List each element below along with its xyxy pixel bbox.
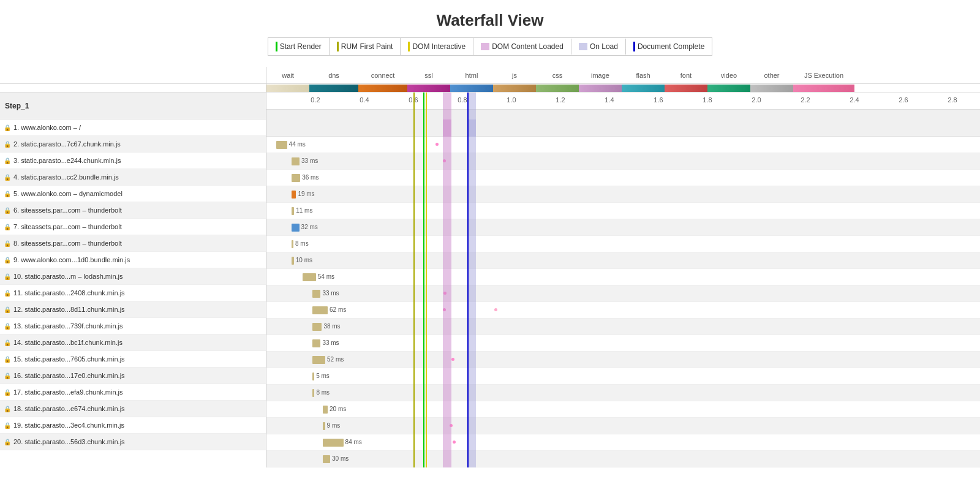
v-marker-on_load (467, 110, 476, 137)
legend-start-render: Start Render (268, 38, 330, 55)
waterfall-row: 84 ms (266, 434, 980, 451)
left-panel: Step_1 🔒1. www.alonko.com – /🔒2. static.… (0, 67, 266, 467)
request-bar[interactable] (312, 323, 322, 331)
legend-dom-interactive: DOM Interactive (401, 38, 473, 55)
table-row: 🔒11. static.parasto...2408.chunk.min.js (0, 285, 266, 301)
row-label: 2. static.parasto...7c67.chunk.min.js (13, 140, 121, 148)
request-bar[interactable] (312, 290, 320, 298)
lock-icon: 🔒 (4, 273, 11, 280)
legend-on-load: On Load (571, 39, 626, 55)
waterfall-row: 30 ms (266, 451, 980, 467)
row-label: 13. static.parasto...739f.chunk.min.js (13, 322, 123, 330)
request-bar[interactable] (312, 306, 328, 314)
legend-on-load-label: On Load (590, 42, 618, 51)
waterfall-row: 54 ms (266, 269, 980, 286)
col-css: css (536, 72, 579, 79)
waterfall-row: 44 ms (266, 137, 980, 153)
v-marker-document_complete (467, 93, 469, 110)
ms-label: 9 ms (327, 422, 341, 429)
waterfall-row: 32 ms (266, 219, 980, 236)
ruler-tick: 2.4 (850, 96, 859, 104)
color-swatches (266, 84, 980, 93)
v-marker-dom_interactive (426, 110, 427, 137)
col-ssl: ssl (407, 72, 450, 79)
request-bar[interactable] (323, 406, 328, 414)
request-bar[interactable] (292, 174, 300, 182)
ruler-tick: 1.4 (605, 96, 614, 104)
request-bar[interactable] (323, 439, 344, 447)
request-bar[interactable] (312, 389, 314, 397)
request-bar[interactable] (276, 141, 287, 149)
request-bar[interactable] (312, 373, 314, 380)
request-bar[interactable] (292, 240, 293, 248)
request-bar[interactable] (323, 422, 325, 430)
ms-label: 54 ms (318, 273, 334, 280)
ruler-tick: 1.8 (703, 96, 712, 104)
table-row: 🔒2. static.parasto...7c67.chunk.min.js (0, 136, 266, 153)
v-marker-dom_content_loaded (443, 93, 451, 110)
lock-icon: 🔒 (4, 224, 11, 230)
row-label: 18. static.parasto...e674.chunk.min.js (13, 405, 125, 412)
request-bar[interactable] (303, 273, 316, 281)
ruler-tick: 0.2 (311, 96, 320, 104)
col-js: js (493, 72, 536, 79)
waterfall-row: 62 ms (266, 302, 980, 319)
ms-label: 8 ms (295, 240, 309, 247)
legend-start-render-label: Start Render (280, 42, 322, 51)
request-bar[interactable] (292, 257, 294, 265)
rum-dot (443, 159, 446, 162)
row-label: 17. static.parasto...efa9.chunk.min.js (13, 388, 123, 396)
on-load-icon (579, 43, 587, 50)
table-row: 🔒13. static.parasto...739f.chunk.min.js (0, 318, 266, 335)
ms-label: 8 ms (316, 389, 330, 396)
ruler-tick: 2.2 (801, 96, 810, 104)
rum-dot (494, 308, 497, 311)
waterfall-row: 8 ms (266, 385, 980, 401)
request-bar[interactable] (292, 224, 300, 232)
lock-icon: 🔒 (4, 290, 11, 297)
start-render-icon (276, 42, 277, 51)
table-row: 🔒17. static.parasto...efa9.chunk.min.js (0, 384, 266, 401)
request-bar[interactable] (323, 455, 330, 463)
table-row: 🔒12. static.parasto...8d11.chunk.min.js (0, 301, 266, 318)
lock-icon: 🔒 (4, 157, 11, 164)
request-bar[interactable] (292, 191, 296, 199)
v-marker-on_load (467, 93, 476, 110)
document-complete-icon (633, 42, 635, 51)
rum-dot (450, 424, 453, 427)
ms-label: 5 ms (316, 373, 330, 379)
col-video: video (707, 72, 750, 79)
lock-icon: 🔒 (4, 406, 11, 412)
rum-dot (443, 292, 447, 295)
ms-label: 36 ms (302, 174, 318, 181)
table-row: 🔒9. www.alonko.com...1d0.bundle.min.js (0, 252, 266, 268)
waterfall-row: 8 ms (266, 236, 980, 252)
table-row: 🔒15. static.parasto...7605.chunk.min.js (0, 351, 266, 368)
right-rows: 44 ms33 ms36 ms19 ms11 ms32 ms8 ms10 ms5… (266, 137, 980, 467)
ruler-tick: 0.4 (360, 96, 369, 104)
request-bar[interactable] (292, 157, 300, 165)
waterfall-row: 10 ms (266, 252, 980, 269)
waterfall-row: 38 ms (266, 319, 980, 335)
ms-label: 38 ms (323, 323, 340, 330)
table-row: 🔒4. static.parasto...cc2.bundle.min.js (0, 169, 266, 186)
request-bar[interactable] (312, 356, 325, 364)
ms-label: 84 ms (345, 439, 362, 445)
request-bar[interactable] (312, 339, 320, 347)
col-wait: wait (266, 72, 309, 79)
table-row: 🔒16. static.parasto...17e0.chunk.min.js (0, 368, 266, 384)
row-label: 6. siteassets.par...com – thunderbolt (13, 206, 122, 214)
ruler-tick: 1.6 (654, 96, 663, 104)
row-label: 5. www.alonko.com – dynamicmodel (13, 190, 123, 197)
row-label: 4. static.parasto...cc2.bundle.min.js (13, 173, 119, 181)
row-label: 11. static.parasto...2408.chunk.min.js (13, 289, 125, 297)
ms-label: 52 ms (327, 356, 344, 363)
waterfall-row: 33 ms (266, 335, 980, 352)
lock-icon: 🔒 (4, 306, 11, 313)
ruler-tick: 1.2 (556, 96, 565, 104)
row-label: 14. static.parasto...bc1f.chunk.min.js (13, 339, 123, 346)
request-bar[interactable] (292, 207, 294, 215)
col-dns: dns (309, 72, 358, 79)
table-row: 🔒3. static.parasto...e244.chunk.min.js (0, 153, 266, 169)
table-row: 🔒19. static.parasto...3ec4.chunk.min.js (0, 417, 266, 434)
